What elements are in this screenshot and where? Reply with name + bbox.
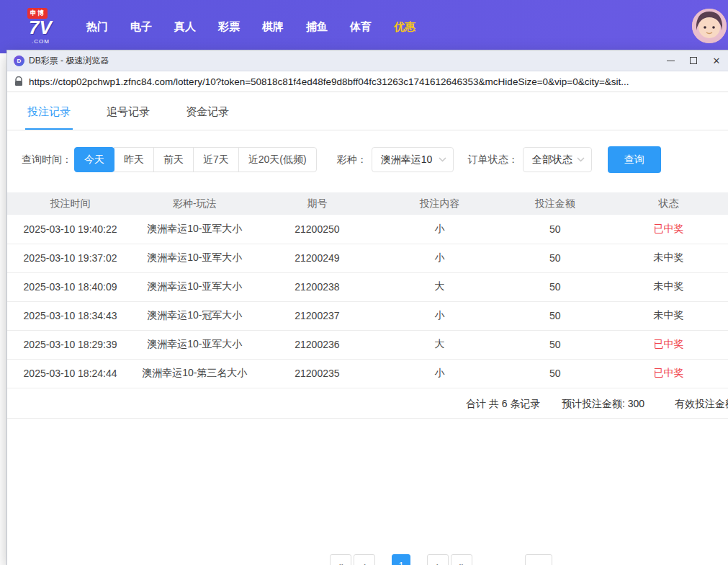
filter-bar: 查询时间： 今天 昨天 前天 近7天 近20天(低频) 彩种： 澳洲幸运10 订…: [22, 146, 728, 173]
cell-game: 澳洲幸运10-亚军大小: [133, 272, 256, 301]
lottery-select-value: 澳洲幸运10: [381, 154, 433, 166]
status-filter-label: 订单状态：: [468, 154, 518, 166]
cell-bet-time: 2025-03-10 18:40:09: [7, 272, 133, 301]
pagination-jump-input[interactable]: [525, 554, 552, 565]
col-header-bet-time: 投注时间: [7, 192, 133, 215]
bet-records-table: 投注时间 彩种-玩法 期号 投注内容 投注金额 状态 2025-03-10 19…: [7, 192, 728, 388]
cell-game: 澳洲幸运10-亚军大小: [133, 215, 256, 244]
cell-issue: 21200250: [256, 215, 378, 244]
time-option-today[interactable]: 今天: [74, 147, 114, 172]
close-icon: ✕: [713, 56, 721, 66]
close-button[interactable]: ✕: [705, 50, 728, 71]
nav-item-lottery[interactable]: 彩票: [218, 20, 240, 34]
table-row: 2025-03-10 18:29:39 澳洲幸运10-亚军大小 21200236…: [7, 330, 728, 359]
status-badge: 已中奖: [609, 330, 728, 359]
tab-bet-records[interactable]: 投注记录: [25, 92, 73, 130]
time-option-day-before[interactable]: 前天: [153, 147, 194, 172]
browser-window: D DB彩票 - 极速浏览器 ✕ https://ctop02pchwp1.zf…: [7, 50, 728, 565]
cell-game: 澳洲幸运10-亚军大小: [133, 330, 256, 359]
time-option-yesterday[interactable]: 昨天: [114, 147, 154, 172]
browser-url-bar[interactable]: https://ctop02pchwp1.zfnc84.com/lottery/…: [7, 71, 728, 92]
cell-content: 大: [378, 330, 500, 359]
tab-chase-records[interactable]: 追号记录: [104, 92, 152, 130]
pagination-last-button[interactable]: »: [451, 554, 472, 565]
site-logo[interactable]: 申博 7V .COM: [27, 6, 71, 47]
lottery-filter-label: 彩种：: [337, 154, 367, 166]
cell-game: 澳洲幸运10-亚军大小: [133, 244, 256, 272]
summary-expected-amount: 预计投注金额: 300: [562, 398, 644, 411]
status-badge: 已中奖: [609, 359, 728, 388]
cell-issue: 21200235: [256, 359, 378, 388]
logo-suffix: .COM: [32, 38, 50, 45]
cell-issue: 21200236: [256, 330, 378, 359]
nav-menu: 热门 电子 真人 彩票 棋牌 捕鱼 体育 优惠: [86, 20, 415, 34]
nav-item-live[interactable]: 真人: [174, 20, 196, 34]
pagination-first-button[interactable]: «: [330, 554, 351, 565]
time-option-20days[interactable]: 近20天(低频): [238, 147, 317, 172]
cell-amount: 50: [501, 215, 609, 244]
cell-amount: 50: [501, 330, 609, 359]
cell-content: 大: [378, 272, 500, 301]
status-badge: 已中奖: [609, 215, 728, 244]
maximize-button[interactable]: [682, 50, 705, 71]
lock-icon: [14, 76, 23, 86]
cell-bet-time: 2025-03-10 19:40:22: [7, 215, 133, 244]
nav-item-fishing[interactable]: 捕鱼: [306, 20, 328, 34]
summary-valid-amount: 有效投注金额: [675, 398, 728, 411]
summary-record-count: 合计 共 6 条记录: [466, 398, 540, 411]
nav-item-slots[interactable]: 电子: [130, 20, 152, 34]
cell-game: 澳洲幸运10-冠军大小: [133, 301, 256, 330]
cell-content: 小: [378, 301, 500, 330]
cell-amount: 50: [501, 272, 609, 301]
cell-game: 澳洲幸运10-第三名大小: [133, 359, 256, 388]
user-avatar[interactable]: [692, 9, 727, 43]
maximize-icon: [690, 57, 697, 64]
page-content: 投注记录 追号记录 资金记录 查询时间： 今天 昨天 前天 近7天 近20天(低…: [7, 92, 728, 565]
time-filter-label: 查询时间：: [22, 154, 72, 166]
time-option-7days[interactable]: 近7天: [193, 147, 239, 172]
search-button[interactable]: 查询: [608, 146, 661, 173]
pagination-prev-button[interactable]: ‹: [354, 554, 375, 565]
time-filter-group: 今天 昨天 前天 近7天 近20天(低频): [75, 147, 317, 172]
logo-name: 7V: [29, 17, 52, 39]
nav-item-promo[interactable]: 优惠: [394, 20, 415, 34]
table-row: 2025-03-10 18:40:09 澳洲幸运10-亚军大小 21200238…: [7, 272, 728, 301]
cell-amount: 50: [501, 359, 609, 388]
pagination-bar: « ‹ 1 › »: [330, 554, 552, 565]
chevron-down-icon: [439, 157, 446, 162]
tab-fund-records[interactable]: 资金记录: [184, 92, 231, 130]
cell-bet-time: 2025-03-10 18:29:39: [7, 330, 133, 359]
pagination-next-button[interactable]: ›: [427, 554, 449, 565]
browser-favicon-icon: D: [14, 55, 24, 66]
col-header-amount: 投注金额: [501, 192, 609, 215]
status-badge: 未中奖: [609, 301, 728, 330]
cell-bet-time: 2025-03-10 19:37:02: [7, 244, 133, 272]
cell-bet-time: 2025-03-10 18:34:43: [7, 301, 133, 330]
order-status-value: 全部状态: [532, 154, 572, 166]
minimize-icon: [667, 61, 675, 61]
window-titlebar[interactable]: D DB彩票 - 极速浏览器 ✕: [7, 50, 728, 71]
cell-issue: 21200249: [256, 244, 378, 272]
table-row: 2025-03-10 18:34:43 澳洲幸运10-冠军大小 21200237…: [7, 301, 728, 330]
nav-item-hot[interactable]: 热门: [86, 20, 108, 34]
site-top-nav: 申博 7V .COM 热门 电子 真人 彩票 棋牌 捕鱼 体育 优惠: [0, 0, 728, 53]
col-header-status: 状态: [609, 192, 728, 215]
avatar-image: [692, 9, 727, 43]
table-summary-row: 合计 共 6 条记录 预计投注金额: 300 有效投注金额: [7, 388, 728, 419]
table-row: 2025-03-10 19:37:02 澳洲幸运10-亚军大小 21200249…: [7, 244, 728, 272]
url-text[interactable]: https://ctop02pchwp1.zfnc84.com/lottery/…: [29, 76, 629, 87]
cell-issue: 21200238: [256, 272, 378, 301]
cell-content: 小: [378, 244, 500, 272]
cell-bet-time: 2025-03-10 18:24:44: [7, 359, 133, 388]
pagination-page-1[interactable]: 1: [392, 554, 410, 565]
order-status-select[interactable]: 全部状态: [523, 147, 592, 172]
nav-item-sports[interactable]: 体育: [350, 20, 372, 34]
col-header-content: 投注内容: [378, 192, 500, 215]
table-header-row: 投注时间 彩种-玩法 期号 投注内容 投注金额 状态: [7, 192, 728, 215]
nav-item-cards[interactable]: 棋牌: [262, 20, 284, 34]
minimize-button[interactable]: [659, 50, 682, 71]
window-title: DB彩票 - 极速浏览器: [29, 55, 109, 67]
table-row: 2025-03-10 19:40:22 澳洲幸运10-亚军大小 21200250…: [7, 215, 728, 244]
cell-amount: 50: [501, 301, 609, 330]
lottery-select[interactable]: 澳洲幸运10: [372, 147, 454, 172]
